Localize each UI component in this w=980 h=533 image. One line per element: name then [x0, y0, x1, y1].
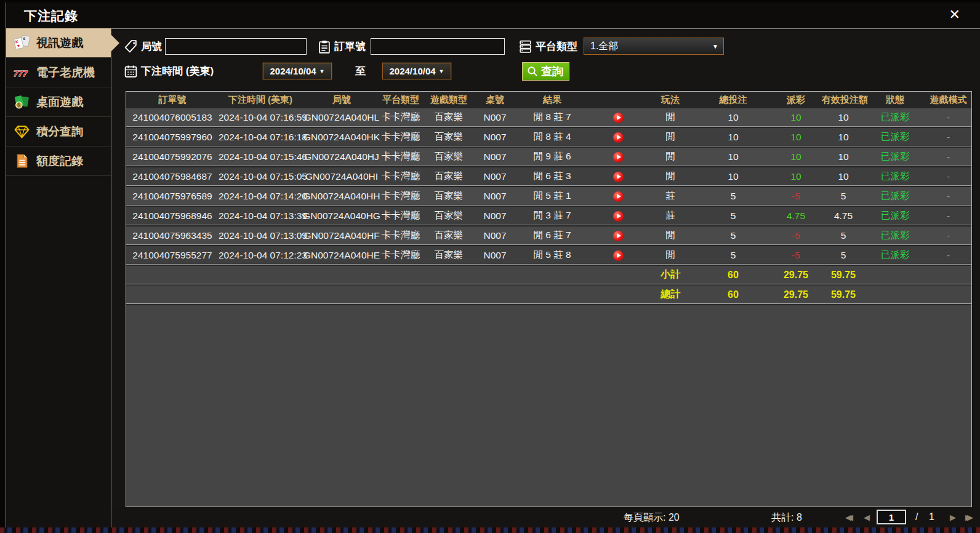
- round-no-input[interactable]: [165, 38, 307, 55]
- cell-mode: -: [925, 191, 971, 202]
- cell-mode: -: [925, 171, 971, 182]
- table-row: 2410040759846872024-10-04 07:15:05GN0072…: [126, 167, 971, 185]
- cell-game_type: 百家樂: [420, 130, 477, 143]
- gem-icon: [14, 123, 30, 140]
- sidebar-item-label: 電子老虎機: [36, 65, 95, 81]
- to-label: 至: [355, 62, 366, 81]
- search-button[interactable]: 查詢: [522, 62, 569, 81]
- date-to-select[interactable]: 2024/10/04 ▼: [382, 63, 451, 79]
- play-icon[interactable]: [613, 172, 624, 182]
- platform-type-select[interactable]: 1.全部 ▼: [584, 38, 724, 55]
- cell-status: 已派彩: [865, 130, 925, 143]
- sidebar-item-credit-record[interactable]: 額度記錄: [6, 146, 111, 176]
- cell-play_type: 閒: [645, 249, 696, 262]
- subtotal-total-bet: 60: [696, 270, 770, 281]
- chevron-down-icon: ▼: [712, 43, 723, 50]
- page-title: 下注記錄: [24, 7, 78, 25]
- date-from-select[interactable]: 2024/10/04 ▼: [263, 63, 332, 79]
- cell-time: 2024-10-04 07:15:05: [219, 171, 302, 182]
- sidebar-item-table-games[interactable]: $ 桌面遊戲: [6, 87, 111, 117]
- cell-valid_bet: 10: [822, 151, 865, 162]
- cell-play_type: 閒: [645, 170, 696, 183]
- total-total-bet: 60: [696, 289, 770, 300]
- replay-cell: [592, 131, 645, 143]
- cell-round: GN00724A040HE: [302, 250, 381, 261]
- svg-text:$: $: [17, 102, 20, 108]
- subtotal-valid-bet: 59.75: [822, 270, 865, 281]
- column-header: 遊戲模式: [925, 94, 971, 106]
- cell-platform: 卡卡灣廳: [381, 249, 420, 262]
- cell-round: GN00724A040HG: [302, 210, 381, 222]
- cell-payout: -5: [770, 230, 822, 241]
- platform-type-value: 1.全部: [590, 40, 618, 53]
- cell-payout: 10: [770, 171, 822, 182]
- cell-mode: -: [925, 250, 971, 261]
- cell-total_bet: 10: [696, 151, 770, 162]
- next-page-button[interactable]: ▶: [950, 513, 956, 522]
- cell-status: 已派彩: [865, 249, 925, 262]
- sidebar-item-label: 積分查詢: [36, 124, 83, 140]
- cell-payout: -5: [770, 250, 822, 261]
- page-number-input[interactable]: [877, 510, 906, 524]
- platform-type-icon: [518, 39, 532, 54]
- cell-round: GN00724A040HH: [302, 191, 381, 202]
- slot-777-icon: 777: [14, 64, 30, 81]
- cell-mode: -: [925, 132, 971, 143]
- tag-icon: [124, 39, 138, 54]
- subtotal-payout: 29.75: [770, 270, 822, 281]
- bet-time-label: 下注時間 (美東): [141, 62, 214, 81]
- play-icon[interactable]: [613, 231, 624, 241]
- cell-order: 241004075984687: [126, 171, 219, 182]
- clipboard-icon: [317, 39, 331, 54]
- cell-game_type: 百家樂: [420, 249, 477, 262]
- total-label: 總計: [645, 288, 696, 301]
- cell-result: 閒 5 莊 1: [513, 190, 592, 202]
- cell-result: 閒 8 莊 4: [513, 130, 592, 143]
- cell-platform: 卡卡灣廳: [381, 150, 420, 163]
- cell-platform: 卡卡灣廳: [381, 229, 420, 242]
- prev-page-button[interactable]: ◀: [864, 513, 870, 522]
- page-total: 1: [929, 511, 934, 523]
- replay-cell: [592, 170, 645, 182]
- play-icon[interactable]: [613, 113, 624, 123]
- cell-time: 2024-10-04 07:13:09: [219, 230, 302, 241]
- column-header: 局號: [302, 94, 381, 106]
- replay-cell: [592, 230, 645, 241]
- play-icon[interactable]: [613, 191, 624, 202]
- cell-round: GN00724A040HJ: [302, 151, 381, 162]
- sidebar-item-points[interactable]: 積分查詢: [6, 117, 111, 146]
- play-icon[interactable]: [613, 250, 624, 261]
- round-no-label: 局號: [141, 38, 162, 56]
- total-valid-bet: 59.75: [822, 289, 865, 300]
- cell-status: 已派彩: [865, 190, 925, 202]
- cell-order: 241004075976589: [126, 191, 219, 202]
- column-header: 總投注: [696, 94, 770, 106]
- play-icon[interactable]: [613, 152, 624, 162]
- close-icon[interactable]: ✕: [949, 8, 960, 22]
- last-page-button[interactable]: ▶▶: [965, 513, 980, 522]
- cell-table_no: N007: [477, 250, 513, 261]
- cell-status: 已派彩: [865, 111, 925, 124]
- cell-table_no: N007: [477, 230, 513, 241]
- sidebar-item-slots[interactable]: 777 電子老虎機: [6, 58, 111, 87]
- play-icon[interactable]: [613, 211, 624, 222]
- replay-cell: [592, 111, 645, 123]
- cell-valid_bet: 10: [822, 132, 865, 143]
- replay-cell: [592, 190, 645, 202]
- cell-total_bet: 10: [696, 112, 770, 123]
- play-icon[interactable]: [613, 132, 624, 143]
- cell-valid_bet: 5: [822, 191, 865, 202]
- cell-time: 2024-10-04 07:14:20: [219, 191, 302, 202]
- chevron-down-icon: ▼: [439, 68, 444, 74]
- subtotal-row: 小計 60 29.75 59.75: [126, 266, 971, 284]
- column-header: 玩法: [645, 94, 696, 106]
- cell-game_type: 百家樂: [420, 209, 477, 222]
- cell-platform: 卡卡灣廳: [381, 130, 420, 143]
- cell-status: 已派彩: [865, 209, 925, 222]
- cell-time: 2024-10-04 07:16:18: [219, 132, 302, 143]
- first-page-button[interactable]: ◀◀: [845, 513, 860, 522]
- filter-row-1: 局號 訂單號 平台類型: [111, 38, 980, 56]
- sidebar-item-label: 額度記錄: [36, 153, 83, 169]
- sidebar-item-live-games[interactable]: 9 K♥ 視訊遊戲: [6, 28, 111, 58]
- order-no-input[interactable]: [371, 38, 505, 55]
